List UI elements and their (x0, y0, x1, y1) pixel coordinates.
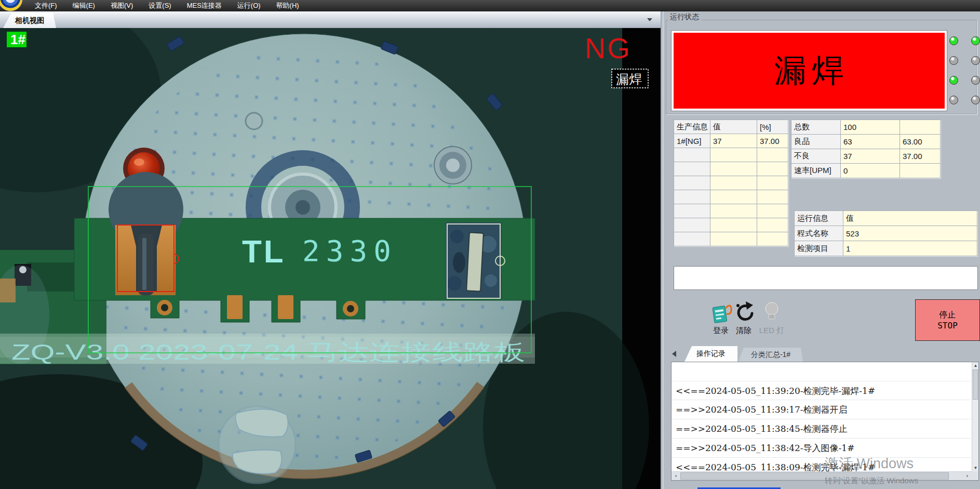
hscroll-thumb[interactable] (680, 472, 949, 480)
tab-camera-view[interactable]: 相机视图 (3, 13, 56, 28)
table-row (674, 204, 788, 218)
status-led-off (971, 76, 980, 85)
status-group-title: 运行状态 (668, 12, 701, 22)
label-cell: [%] (757, 120, 788, 134)
status-led-on (949, 76, 958, 85)
motor-plate-group: TL 2330 ZQ-V3.0 2023-07-24 马达连接线路板 1# NG… (0, 28, 661, 489)
label-cell: 总数 (791, 120, 841, 135)
login-label: 登录 (713, 326, 729, 336)
alarm-message: 漏焊 (674, 33, 945, 109)
camera-view-canvas: TL 2330 ZQ-V3.0 2023-07-24 马达连接线路板 1# NG… (0, 28, 661, 489)
value-cell: 63 (841, 135, 900, 149)
value-cell (710, 218, 757, 232)
scroll-thumb[interactable] (973, 369, 978, 400)
table-row (674, 162, 788, 176)
label-cell (674, 176, 710, 190)
label-cell (674, 218, 710, 232)
production-table: 生产信息值[%]1#[NG]3737.00 (674, 120, 788, 246)
menu-item[interactable]: 运行(O) (230, 0, 269, 11)
log-entry: ==>>2024-05-05_11:39:17-检测器开启 (672, 400, 971, 419)
menu-item[interactable]: 设置(S) (141, 0, 179, 11)
table-row: 良品6363.00 (791, 135, 941, 149)
value-cell (757, 232, 788, 246)
menu-item[interactable]: 视图(V) (103, 0, 141, 11)
value-cell (900, 120, 941, 135)
log-entry: <<==2024-05-05_11:39:20-检测完毕-漏焊-1# (672, 381, 971, 400)
log-horizontal-scrollbar[interactable]: ‹ › (672, 471, 972, 480)
pilot-hole (246, 113, 262, 129)
value-cell (757, 148, 788, 162)
label-cell: 速率[UPM] (791, 164, 841, 178)
value-cell (710, 204, 757, 218)
status-led-on (949, 36, 958, 45)
tab-scroll-left-icon[interactable] (672, 351, 676, 357)
log-entry: ==>>2024-05-05_11:38:42-导入图像-1# (672, 439, 971, 458)
pcb-marking-tl: TL (242, 233, 286, 269)
label-cell: 运行信息 (795, 211, 843, 226)
label-cell: 良品 (791, 135, 841, 149)
scrollbar-corner (972, 471, 978, 480)
value-cell (710, 176, 757, 190)
scroll-left-icon[interactable]: ‹ (672, 472, 680, 480)
label-cell: 程式名称 (795, 226, 843, 241)
label-cell: 生产信息 (674, 120, 710, 134)
value-cell: 523 (843, 226, 977, 241)
table-row: 1#[NG]3737.00 (674, 134, 788, 148)
value-cell: 63.00 (900, 135, 941, 149)
table-row: 速率[UPM]0 (791, 164, 941, 178)
camera-scene: TL 2330 ZQ-V3.0 2023-07-24 马达连接线路板 1# NG… (0, 28, 661, 489)
chevron-down-icon[interactable] (647, 18, 652, 21)
label-cell (674, 232, 710, 246)
value-cell: 100 (841, 120, 900, 135)
right-solder-pad (446, 222, 502, 299)
value-cell (710, 232, 757, 246)
label-cell: 值 (710, 120, 757, 134)
statistics-table: 总数100良品6363.00不良3737.00速率[UPM]0 (791, 120, 941, 178)
status-led-off (949, 96, 958, 104)
value-cell (757, 218, 788, 232)
table-row (674, 176, 788, 190)
status-led-on (971, 36, 980, 45)
log-vertical-scrollbar[interactable]: ▲ ▼ (972, 362, 978, 471)
led-light-button[interactable]: LED 灯 (755, 300, 788, 339)
scroll-right-icon[interactable]: › (963, 472, 972, 480)
value-cell (757, 204, 788, 218)
refresh-arrow-icon (732, 300, 755, 324)
led-light-label: LED 灯 (759, 326, 784, 336)
value-cell (710, 162, 757, 176)
menu-item[interactable]: 文件(F) (27, 0, 65, 11)
tab-summary[interactable]: 分类汇总-1# (739, 348, 803, 362)
io-led-grid (949, 36, 980, 117)
log-entry: ==>>2024-05-05_11:38:45-检测器停止 (672, 419, 971, 439)
pcb-marking-2330: 2330 (302, 234, 397, 268)
value-cell (900, 164, 941, 178)
alarm-display-frame: 漏焊 (671, 30, 947, 111)
scroll-down-icon[interactable]: ▼ (972, 465, 979, 471)
menu-item[interactable]: 帮助(H) (269, 0, 307, 11)
label-cell (674, 204, 710, 218)
table-row (674, 232, 788, 246)
menu-item[interactable]: MES连接器 (179, 0, 230, 11)
run-info-table: 运行信息值程式名称523检测项目1 (794, 210, 977, 256)
scroll-up-icon[interactable]: ▲ (972, 362, 979, 369)
menu-bar: 文件(F)编辑(E)视图(V)设置(S)MES连接器运行(O)帮助(H) (0, 0, 980, 11)
tab-operation-log[interactable]: 操作记录 (684, 346, 737, 362)
log-list: <<==2024-05-05_11:39:20-检测完毕-漏焊-1#==>>20… (672, 381, 971, 477)
stop-button[interactable]: 停止 STOP (915, 299, 980, 341)
label-cell: 检测项目 (795, 241, 843, 256)
value-cell (757, 162, 788, 176)
label-cell: 1#[NG] (674, 134, 710, 148)
value-cell (757, 190, 788, 204)
table-row (674, 190, 788, 204)
table-row: 总数100 (791, 120, 941, 135)
vent-circle (219, 406, 296, 483)
label-cell (674, 148, 710, 162)
table-row: 不良3737.00 (791, 149, 941, 164)
value-cell: 37.00 (757, 134, 788, 148)
menu-item[interactable]: 编辑(E) (65, 0, 103, 11)
message-box[interactable] (674, 266, 978, 290)
value-cell: 1 (843, 241, 977, 256)
table-row: 运行信息值 (795, 211, 977, 226)
menu-item-group: 文件(F)编辑(E)视图(V)设置(S)MES连接器运行(O)帮助(H) (27, 0, 307, 11)
left-solder-pad (109, 172, 183, 295)
